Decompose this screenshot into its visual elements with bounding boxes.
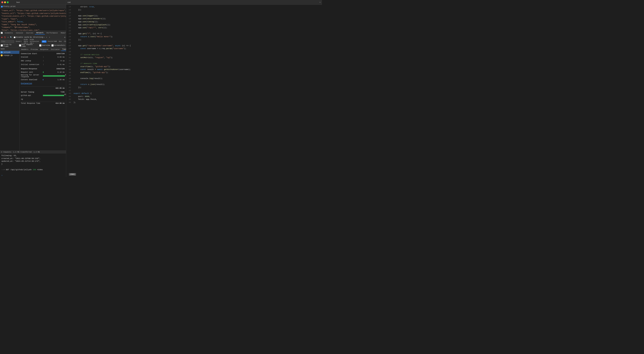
code-line-31: setMetric(c, "region", "sg"); [74, 56, 321, 59]
line-num-34: 34 [66, 65, 72, 68]
initial-connection-bar-container: | [43, 64, 53, 66]
line-num-24: 24 [66, 35, 72, 38]
maximize-button[interactable] [7, 1, 9, 3]
devtools-body: Name jellydn inpage.js Header [0, 47, 66, 150]
overview-option: Overview [39, 44, 50, 47]
request-response-duration-label: DURATION [56, 68, 65, 70]
code-line-32 [74, 59, 321, 62]
timing-panel: Headers Preview Response Initiator Timin… [20, 47, 66, 150]
throttling-label: No throttling [30, 36, 43, 38]
line-num-38: 38 [66, 77, 72, 80]
pretty-print-checkbox[interactable] [1, 6, 3, 8]
network-row-jellydn[interactable]: jellydn [0, 51, 19, 54]
timing-tabs: Headers Preview Response Initiator Timin… [20, 47, 66, 52]
line-num-31: 31 [66, 56, 72, 59]
tab-response[interactable]: Response [39, 48, 49, 51]
line-num-44: 44 [66, 95, 72, 98]
stalled-label: Stalled [21, 56, 43, 58]
json-line: "type": "User", [1, 18, 65, 21]
line-num-43: 43 [66, 92, 72, 95]
line-num-39: 39 [66, 80, 72, 83]
terminal-tab-label: bun [16, 1, 20, 4]
line-num-36: 36 [66, 71, 72, 74]
disable-cache-checkbox[interactable] [14, 37, 16, 38]
right-panel: cat ⋯ 14 15 16 17 18 19 20 21 22 23 24 2… [66, 0, 322, 177]
code-line-42 [74, 89, 321, 92]
import-icon[interactable]: ⬆ [45, 36, 48, 39]
dns-bar-container: | [43, 60, 53, 62]
timing-row-request-sent: Request sent 0.10 ms [21, 71, 65, 74]
code-line-23: app.get("/", (c) => { [74, 32, 321, 35]
record-icon[interactable]: ⏺ [1, 36, 3, 39]
filter-bar: Invert Hide data URLs Hide extension URL… [0, 40, 66, 44]
line-num-37: 37 [66, 74, 72, 77]
tab-headers[interactable]: Headers [20, 48, 29, 51]
request-response-title: Request/Response DURATION [21, 68, 65, 70]
line-num-29: 29 [66, 50, 72, 53]
tab-timing[interactable]: Timing [61, 48, 66, 51]
line-num-27: 27 [66, 44, 72, 47]
explanation-link[interactable]: Explanation [21, 82, 32, 85]
tab-sources[interactable]: Sources [25, 32, 34, 34]
terminal-line: --> GET /api/github/jellydn 200 416ms [1, 168, 65, 171]
initial-connection-value: 0.41 ms [53, 64, 65, 66]
tab-preview[interactable]: Preview [30, 48, 39, 51]
terminal-line: updated_at: "2024-05-21T14:30:17Z", [1, 160, 65, 163]
line-num-30: 30 [66, 53, 72, 56]
code-line-27: app.get("/api/github/:username", async (… [74, 44, 321, 47]
terminal-line: created_at: "2011-06-23T08:58:23Z", [1, 157, 65, 160]
tab-console[interactable]: Console [14, 32, 24, 34]
end-badge: (END) [69, 173, 76, 176]
line-num-21: 21 [66, 26, 72, 29]
tab-performance[interactable]: Performance [45, 32, 59, 34]
editor-menu-icon[interactable]: ⋯ [320, 1, 321, 4]
line-num-35: 35 [66, 68, 72, 71]
tab-memory[interactable]: Memory [60, 32, 66, 34]
filter-icon[interactable]: ⚗ [7, 36, 9, 39]
clear-icon[interactable]: 🚫 [4, 36, 6, 39]
code-line-26 [74, 41, 321, 44]
screenshots-checkbox[interactable] [52, 44, 54, 47]
export-icon[interactable]: ⬇ [48, 36, 51, 39]
code-line-39 [74, 80, 321, 83]
tab-initiator[interactable]: Initiator [50, 48, 61, 51]
connection-start-title: Connection Start DURATION [21, 53, 65, 55]
terminal-topbar: bun [0, 0, 66, 5]
minimize-button[interactable] [4, 1, 6, 3]
type-all[interactable]: All [42, 40, 46, 43]
overview-checkbox[interactable] [39, 44, 42, 47]
type-doc[interactable]: Doc [58, 40, 63, 43]
timing-row-initial-connection: Initial connection | 0.41 ms [21, 63, 65, 66]
editor-filename: cat [68, 1, 71, 4]
throttling-dropdown-icon[interactable]: ▾ [44, 36, 44, 38]
js-icon [1, 54, 3, 56]
line-num-25: 25 [66, 38, 72, 42]
requests-count: 2 requests [1, 151, 11, 153]
line-num-42: 42 [66, 89, 72, 92]
search-icon[interactable]: 🔍 [10, 36, 12, 39]
code-line-16 [74, 11, 321, 15]
invert-filter[interactable]: Invert [15, 40, 22, 43]
timing-row-dns: DNS Lookup | 9 us [21, 59, 65, 63]
content-download-bar [43, 79, 43, 80]
type-fetch[interactable]: Fetch/XHR [47, 40, 58, 43]
tab-elements[interactable]: Elements [4, 32, 14, 34]
devtools-tabs: ⬜ Elements Console Sources Network Perfo… [0, 31, 66, 35]
line-num-14: 14 [66, 6, 72, 9]
terminal-prompt: › [0, 174, 66, 177]
json-line: "company": "@ProductsWay", [1, 26, 65, 29]
code-line-21: app.use("/api/*", cors()); [74, 26, 321, 29]
settings-icon[interactable]: ⚙ [64, 36, 65, 38]
big-request-rows-checkbox[interactable] [19, 44, 21, 47]
pretty-print-bar: Pretty print [0, 5, 66, 9]
filter-input[interactable] [1, 40, 14, 43]
content-download-value: 1.35 ms [53, 79, 65, 81]
resources-size: 1.4 MB [34, 151, 40, 153]
group-by-frame-checkbox[interactable] [1, 44, 3, 47]
group-by-frame-option: Group by frame [1, 44, 18, 47]
close-button[interactable] [1, 1, 3, 3]
network-row-inpage[interactable]: inpage.js [0, 54, 19, 57]
content-download-label: Content Download [21, 79, 43, 81]
devtools-inspect-icon[interactable]: ⬜ [1, 32, 3, 34]
tab-network[interactable]: Network [35, 32, 45, 35]
